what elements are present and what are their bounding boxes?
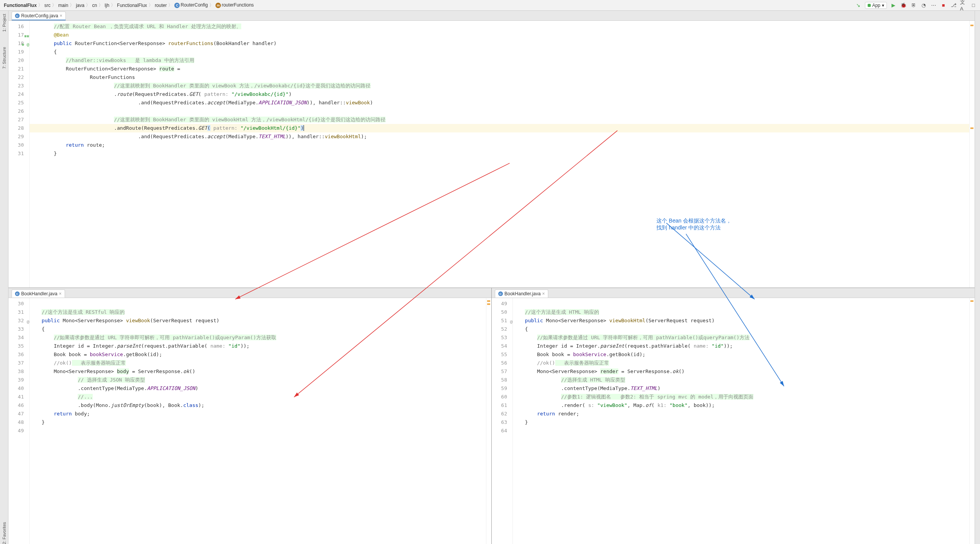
editor-area: C RouterConfig.java × 16 17❀❀ 18❀ @ 19 2… [8,11,975,544]
gutter: 16 17❀❀ 18❀ @ 19 20 21 22 23 24 25 26 27 [8,21,30,288]
crumb-method[interactable]: mrouterFunctions [215,2,254,8]
debug-icon[interactable]: 🐞 [900,2,907,9]
code-area-bl[interactable]: //这个方法是生成 RESTful 响应的 public Mono<Server… [30,298,486,544]
gutter: 49 50 51@ 52 53 54 55 56 57 58 59 [492,298,513,544]
tab-bookhandler-right[interactable]: C BookHandler.java × [495,290,548,298]
breadcrumb: FunctionalFlux 〉 src 〉 main 〉 java 〉 cn … [3,2,855,8]
run-config-dropdown[interactable]: App ▾ [865,2,887,9]
code-area-br[interactable]: //这个方法是生成 HTML 响应的 public Mono<ServerRes… [513,298,969,544]
bottom-right-pane: C BookHandler.java × 49 50 51@ 52 [492,288,975,544]
chevron-right-icon: 〉 [52,2,57,8]
close-icon[interactable]: × [542,291,545,296]
crumb-class[interactable]: CRouterConfig [174,2,209,8]
left-toolwindow-rail: 1: Project 7: Structure 2: Favorites [0,11,8,544]
crumb-pkg[interactable]: FunctionalFlux [116,3,148,8]
top-editor-pane: C RouterConfig.java × 16 17❀❀ 18❀ @ 19 2… [8,11,975,288]
tab-routerconfig[interactable]: C RouterConfig.java × [12,12,66,20]
java-class-icon: C [498,291,503,296]
annotation-text: 这个 Bean 会根据这个方法名， 找到 handler 中的这个方法 [656,218,731,231]
class-icon: C [174,3,180,8]
code-area-top[interactable]: //配置 Router Bean ，负责完成请求 URL 和 Handler 处… [30,21,969,288]
toolbar: ↘ App ▾ ▶ 🐞 ⛨ ◔ ⋯ ■ ⎇ 文A □ [855,2,977,9]
tab-bookhandler-left[interactable]: C BookHandler.java × [12,290,65,298]
build-icon[interactable]: ↘ [855,2,862,9]
chevron-right-icon: 〉 [209,2,214,8]
crumb-router[interactable]: router [154,3,167,8]
java-class-icon: C [15,291,20,296]
right-toolwindow-rail [975,11,980,544]
bottom-left-pane: C BookHandler.java × 30 31 32@ 33 [8,288,492,544]
crumb-cn[interactable]: cn [91,3,98,8]
bl-tabs: C BookHandler.java × [8,288,491,298]
tab-label: BookHandler.java [21,291,57,296]
stop-icon[interactable]: ■ [940,2,947,9]
error-stripe[interactable] [486,298,491,544]
crumb-java[interactable]: java [75,3,85,8]
run-icon[interactable]: ▶ [890,2,897,9]
attach-icon[interactable]: ⋯ [930,2,937,9]
close-icon[interactable]: × [60,13,62,18]
git-icon[interactable]: ⎇ [950,2,957,9]
java-class-icon: C [15,13,20,18]
profile-icon[interactable]: ◔ [920,2,927,9]
top-code-editor[interactable]: 16 17❀❀ 18❀ @ 19 20 21 22 23 24 25 26 27 [8,21,975,288]
top-tabs: C RouterConfig.java × [8,11,975,21]
spring-boot-icon [868,4,871,7]
chevron-right-icon: 〉 [168,2,173,8]
tab-label: BookHandler.java [504,291,541,296]
crumb-main[interactable]: main [57,3,69,8]
error-stripe[interactable] [969,298,975,544]
coverage-icon[interactable]: ⛨ [910,2,917,9]
crumb-ljh[interactable]: ljh [104,3,110,8]
crumb-root[interactable]: FunctionalFlux [3,3,37,8]
error-stripe[interactable] [969,21,975,288]
rail-structure[interactable]: 7: Structure [2,47,7,69]
translate-icon[interactable]: 文A [960,2,967,9]
chevron-right-icon: 〉 [70,2,74,8]
bl-code-editor[interactable]: 30 31 32@ 33 34 35 36 37 38 39 40 [8,298,491,544]
ide-root: FunctionalFlux 〉 src 〉 main 〉 java 〉 cn … [0,0,980,544]
chevron-right-icon: 〉 [86,2,90,8]
chevron-right-icon: 〉 [99,2,103,8]
chevron-right-icon: 〉 [149,2,153,8]
gutter: 30 31 32@ 33 34 35 36 37 38 39 40 [8,298,30,544]
rail-project[interactable]: 1: Project [2,14,7,32]
crumb-src[interactable]: src [43,3,51,8]
close-icon[interactable]: × [59,291,62,296]
top-navbar: FunctionalFlux 〉 src 〉 main 〉 java 〉 cn … [0,0,980,11]
method-icon: m [215,3,221,8]
chevron-right-icon: 〉 [38,2,43,8]
br-tabs: C BookHandler.java × [492,288,975,298]
run-config-label: App [872,3,880,8]
rail-favorites[interactable]: 2: Favorites [2,522,7,544]
tab-label: RouterConfig.java [21,13,58,18]
search-icon[interactable]: □ [970,2,977,9]
chevron-down-icon: ▾ [882,3,884,8]
br-code-editor[interactable]: 49 50 51@ 52 53 54 55 56 57 58 59 [492,298,975,544]
chevron-right-icon: 〉 [111,2,115,8]
main-body: 1: Project 7: Structure 2: Favorites C R… [0,11,980,544]
